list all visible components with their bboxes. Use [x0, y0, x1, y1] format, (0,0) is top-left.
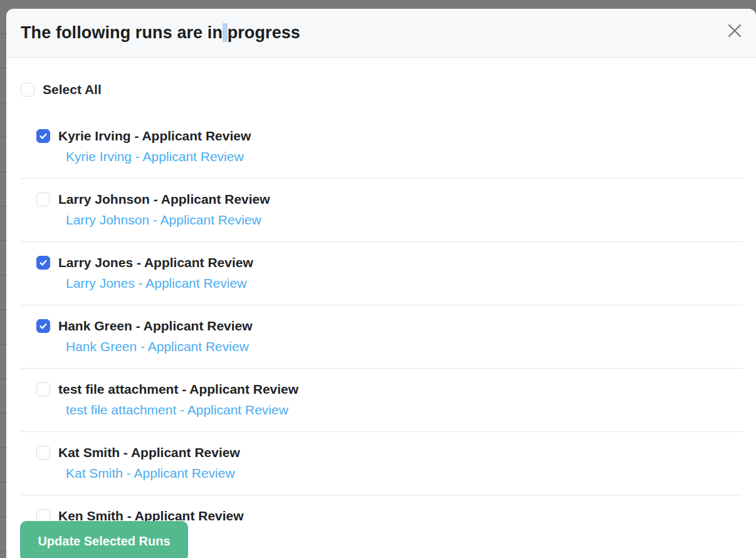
- run-title: Hank Green - Applicant Review: [58, 318, 253, 334]
- run-checkbox[interactable]: [36, 319, 50, 333]
- run-subtitle-link[interactable]: test file attachment - Applicant Review: [66, 403, 742, 418]
- run-title: test file attachment - Applicant Review: [58, 382, 298, 397]
- check-icon: [38, 131, 48, 141]
- select-all-checkbox[interactable]: [21, 83, 34, 97]
- modal-title: The following runs are in progress: [21, 23, 300, 43]
- runs-in-progress-modal: The following runs are in progress Selec…: [6, 9, 756, 558]
- run-list-item: test file attachment - Applicant Review …: [21, 369, 742, 432]
- run-list-item: Larry Johnson - Applicant Review Larry J…: [21, 179, 742, 242]
- run-checkbox[interactable]: [36, 382, 50, 396]
- run-title: Kat Smith - Applicant Review: [58, 445, 240, 460]
- run-subtitle-link[interactable]: Larry Johnson - Applicant Review: [66, 213, 742, 228]
- run-list-item: Kyrie Irving - Applicant Review Kyrie Ir…: [21, 115, 742, 179]
- run-title: Larry Johnson - Applicant Review: [58, 192, 270, 207]
- run-subtitle-link[interactable]: Kyrie Irving - Applicant Review: [66, 149, 742, 164]
- run-list-item: Kat Smith - Applicant Review Kat Smith -…: [21, 432, 742, 495]
- run-checkbox[interactable]: [36, 192, 50, 206]
- run-title: Kyrie Irving - Applicant Review: [58, 129, 251, 144]
- close-button[interactable]: [726, 22, 743, 39]
- modal-title-text: progress: [228, 23, 300, 42]
- run-list-item: Hank Green - Applicant Review Hank Green…: [21, 305, 742, 369]
- check-icon: [38, 321, 48, 331]
- run-subtitle-link[interactable]: Hank Green - Applicant Review: [66, 339, 742, 354]
- modal-header: The following runs are in progress: [6, 9, 756, 58]
- modal-title-selected-text: [223, 23, 228, 42]
- check-icon: [38, 258, 48, 268]
- select-all-row: Select All: [6, 58, 756, 97]
- modal-title-text: The following runs are in: [21, 23, 223, 42]
- run-checkbox[interactable]: [36, 129, 50, 143]
- close-icon: [727, 23, 743, 39]
- update-selected-runs-button[interactable]: Update Selected Runs: [20, 521, 188, 558]
- run-subtitle-link[interactable]: Kat Smith - Applicant Review: [66, 466, 742, 481]
- select-all-label: Select All: [43, 82, 102, 97]
- run-subtitle-link[interactable]: Larry Jones - Applicant Review: [66, 276, 742, 291]
- run-checkbox[interactable]: [36, 446, 50, 460]
- run-checkbox[interactable]: [36, 256, 50, 270]
- runs-list: Kyrie Irving - Applicant Review Kyrie Ir…: [21, 115, 742, 558]
- run-title: Larry Jones - Applicant Review: [58, 255, 253, 270]
- run-list-item: Larry Jones - Applicant Review Larry Jon…: [21, 242, 742, 305]
